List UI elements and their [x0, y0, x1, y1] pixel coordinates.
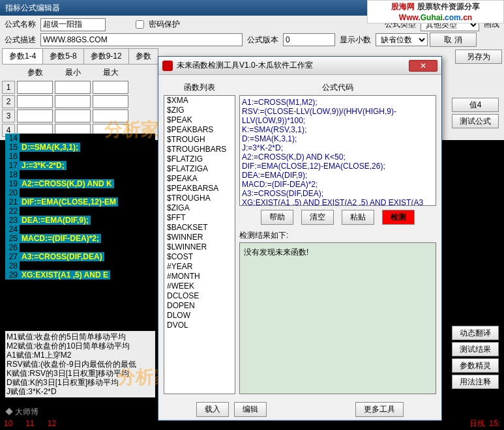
code-line-text[interactable]: DIF:=EMA(CLOSE,12)-EM [20, 197, 118, 207]
p2-max[interactable] [93, 95, 128, 108]
function-item[interactable]: $PEAKA [164, 174, 235, 184]
line-number: 20 [5, 188, 20, 197]
formula-line: J:=3*K-2*D; [242, 143, 434, 152]
code-line-text[interactable] [20, 170, 23, 179]
function-item[interactable]: $ZIGA [164, 203, 235, 213]
code-line-text[interactable]: MACD:=(DIF-DEA)*2; [20, 234, 101, 243]
formula-line: DEA:=EMA(DIF,9); [242, 171, 434, 180]
param-wizard-button[interactable]: 参数精灵 [452, 358, 499, 373]
function-item[interactable]: $PEAK [164, 115, 235, 125]
tab-1[interactable]: 参数1-4 [2, 48, 43, 64]
code-line-text[interactable] [20, 261, 23, 270]
p1-min[interactable] [55, 81, 91, 94]
code-line-text[interactable]: J:=3*K-2*D; [20, 161, 67, 170]
line-number: 15 [5, 143, 20, 152]
help-button[interactable]: 帮助 [261, 210, 293, 225]
code-line-text[interactable]: D:=SMA(K,3,1); [20, 143, 80, 152]
formula-line: XG:EXIST(A1 ,5) AND EXIST(A2 ,5) AND EXI… [242, 198, 434, 206]
code-line-text[interactable] [20, 243, 23, 252]
function-item[interactable]: $BACKSET [164, 223, 235, 233]
info-area: M1赋值:收盘价的5日简单移动平均M2赋值:收盘价的10日简单移动平均A1赋值:… [5, 331, 155, 397]
formula-label: 公式代码 [239, 80, 436, 95]
function-item[interactable]: $TROUGHA [164, 194, 235, 203]
code-line-text[interactable]: XG:EXIST(A1 ,5) AND E [20, 270, 110, 280]
function-item[interactable]: $WINNER [164, 233, 235, 242]
test-button[interactable]: 测试公式 [452, 114, 499, 128]
pwd-checkbox[interactable] [136, 20, 144, 29]
function-item[interactable]: $XMA [164, 96, 235, 106]
code-line-text[interactable] [20, 207, 23, 216]
p1-max[interactable] [93, 81, 128, 94]
label-param: 参数 [17, 66, 53, 79]
function-item[interactable]: DCLOSE [164, 291, 235, 301]
dialog-titlebar[interactable]: 未来函数检测工具V1.0-木瓜软件工作室 ✕ [158, 57, 441, 75]
paste-button[interactable]: 粘贴 [342, 210, 374, 225]
function-item[interactable]: $COST [164, 252, 235, 262]
function-item[interactable]: $TROUGH [164, 135, 235, 145]
desc-input[interactable] [40, 33, 243, 46]
p3-name[interactable] [17, 109, 53, 122]
dialog-footer: 木瓜软件工作室 email:tdx_cracker@163.com [158, 420, 441, 430]
function-item[interactable]: $TROUGHBARS [164, 145, 235, 154]
line-number: 26 [5, 243, 20, 252]
name-input[interactable] [40, 18, 106, 31]
p3-min[interactable] [55, 109, 91, 122]
label-max: 最大 [93, 66, 128, 79]
function-item[interactable]: $LWINNER [164, 242, 235, 252]
function-item[interactable]: $PEAKBARS [164, 125, 235, 135]
code-line-text[interactable] [20, 188, 23, 197]
tab-2[interactable]: 参数5-8 [42, 48, 83, 64]
function-listbox[interactable]: $XMA$ZIG$PEAK$PEAKBARS$TROUGH$TROUGHBARS… [164, 95, 235, 394]
val4-button[interactable]: 值4 [452, 98, 499, 112]
tab-4[interactable]: 参数 [128, 48, 158, 64]
dec-select[interactable]: 缺省位数 [376, 33, 428, 46]
load-button[interactable]: 载入 [196, 402, 229, 417]
function-item[interactable]: $ZIG [164, 106, 235, 115]
detect-button[interactable]: 检测 [382, 210, 415, 225]
dyn-trans-button[interactable]: 动态翻译 [452, 326, 499, 340]
code-line-text[interactable] [20, 152, 23, 161]
p2-min[interactable] [55, 95, 91, 108]
formula-line: DIF:=EMA(CLOSE,12)-EMA(CLOSE,26); [242, 162, 434, 171]
formula-line: A3:=CROSS(DIF,DEA); [242, 189, 434, 198]
function-item[interactable]: $FFT [164, 213, 235, 223]
line-number: 22 [5, 207, 20, 216]
function-item[interactable]: #MONTH [164, 272, 235, 281]
p1-name[interactable] [17, 81, 53, 94]
code-line-text[interactable]: DEA:=EMA(DIF,9); [20, 216, 91, 225]
code-line-text[interactable]: A2:=CROSS(K,D) AND K [20, 179, 114, 188]
code-editor[interactable]: 1415D:=SMA(K,3,1);1617J:=3*K-2*D;1819A2:… [5, 134, 155, 280]
saveas-button[interactable]: 另存为 [455, 50, 502, 64]
line-number: 16 [5, 152, 20, 161]
test-result-button[interactable]: 测试结果 [452, 342, 499, 356]
formula-line: RSV:=(CLOSE-LLV(LOW,9))/(HHV(HIGH,9)-LLV… [242, 107, 434, 125]
edit-button[interactable]: 编辑 [234, 402, 267, 417]
p2-name[interactable] [17, 95, 53, 108]
code-line-text[interactable]: A3:=CROSS(DIF,DEA) [20, 252, 104, 261]
cancel-button[interactable]: 取 消 [430, 33, 477, 47]
param-tabs: 参数1-4 参数5-8 参数9-12 参数 [2, 48, 158, 64]
formula-textbox[interactable]: A1:=CROSS(M1,M2);RSV:=(CLOSE-LLV(LOW,9))… [239, 95, 436, 206]
close-button[interactable]: ✕ [409, 60, 437, 72]
more-tools-button[interactable]: 更多工具 [355, 402, 404, 417]
result-text: 没有发现未来函数! [244, 248, 308, 257]
ver-input[interactable] [283, 33, 335, 46]
function-item[interactable]: DVOL [164, 321, 235, 330]
info-line: M2赋值:收盘价的10日简单移动平均 [7, 341, 154, 351]
code-line-text[interactable] [20, 134, 23, 143]
clear-button[interactable]: 清空 [301, 210, 334, 225]
p3-max[interactable] [93, 109, 128, 122]
code-line-text[interactable] [20, 225, 23, 234]
function-item[interactable]: DLOW [164, 311, 235, 321]
tab-3[interactable]: 参数9-12 [83, 48, 129, 64]
info-line: A1赋值:M1上穿M2 [7, 351, 154, 360]
label-desc: 公式描述 [2, 33, 38, 47]
usage-button[interactable]: 用法注释 [452, 375, 499, 389]
function-item[interactable]: DOPEN [164, 301, 235, 311]
function-item[interactable]: #YEAR [164, 262, 235, 272]
function-item[interactable]: #WEEK [164, 281, 235, 291]
function-item[interactable]: $FLATZIG [164, 154, 235, 164]
function-item[interactable]: $PEAKBARSA [164, 184, 235, 194]
label-ver: 公式版本 [245, 33, 281, 47]
function-item[interactable]: $FLATZIGA [164, 164, 235, 174]
